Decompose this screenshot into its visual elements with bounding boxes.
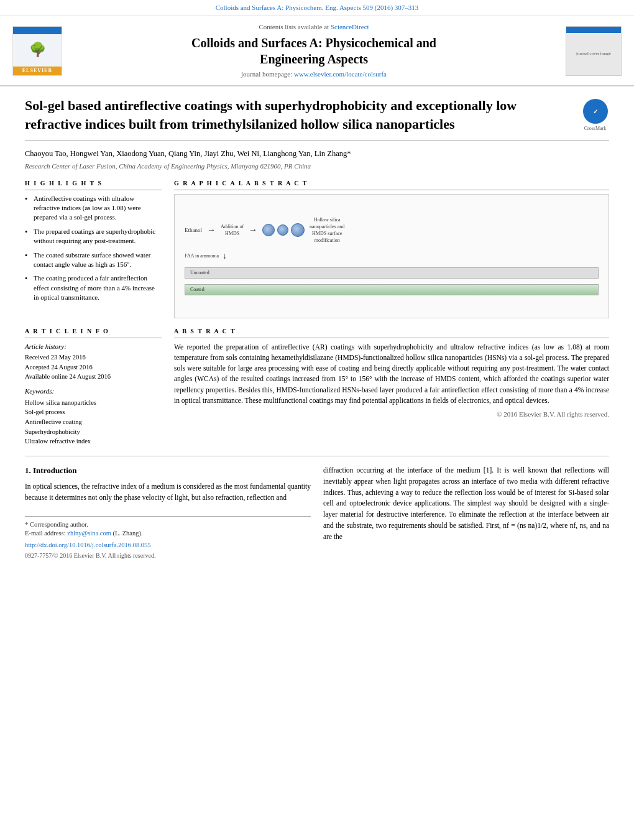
journal-cover-thumb: journal cover image	[566, 26, 622, 76]
accepted-date: Accepted 24 August 2016	[25, 363, 162, 372]
elsevier-logo-left: 🌳 ELSEVIER	[12, 26, 62, 76]
ga-uncoated-row: Uncoated	[185, 267, 599, 279]
thumb-top	[13, 27, 62, 34]
body-left-column: 1. Introduction In optical sciences, the…	[25, 465, 311, 560]
article-title-section: Sol-gel based antireflective coatings wi…	[25, 96, 609, 140]
highlights-and-graphical-abstract: H I G H L I G H T S Antireflective coati…	[25, 179, 609, 318]
ga-hmds-label: Addition of HMDS	[221, 223, 244, 237]
ga-uncoated-label: Uncoated	[190, 269, 209, 276]
ga-faa-label: FAA in ammonia	[185, 252, 219, 259]
citation-text: Colloids and Surfaces A: Physicochem. En…	[216, 4, 419, 11]
abstract-label: A B S T R A C T	[174, 327, 609, 338]
issn-line: 0927-7757/© 2016 Elsevier B.V. All right…	[25, 552, 311, 560]
graphical-abstract-inner: Ethanol → Addition of HMDS → Hollow sili…	[180, 213, 604, 300]
ga-coated-label: Coated	[190, 286, 204, 293]
svg-text:✓: ✓	[593, 108, 598, 115]
corresponding-author-note: * Corresponding author.	[25, 520, 311, 530]
ga-middle-row: FAA in ammonia ↓	[180, 247, 604, 265]
ga-top-row: Ethanol → Addition of HMDS → Hollow sili…	[180, 213, 604, 248]
ga-substrate-section: Uncoated Coated	[180, 265, 604, 300]
highlight-item-1: Antireflective coatings with ultralow re…	[25, 194, 162, 223]
email-label: E-mail address:	[25, 530, 66, 537]
ga-uncoated-strip: Uncoated	[185, 267, 599, 279]
journal-title-text: Colloids and Surfaces A: Physicochemical…	[191, 36, 436, 66]
homepage-url[interactable]: www.elsevier.com/locate/colsurfa	[294, 70, 387, 78]
received-date: Received 23 May 2016	[25, 353, 162, 362]
article-info-column: A R T I C L E I N F O Article history: R…	[25, 327, 162, 447]
article-info-label: A R T I C L E I N F O	[25, 327, 162, 338]
body-content: 1. Introduction In optical sciences, the…	[25, 465, 609, 560]
contents-available-line: Contents lists available at ScienceDirec…	[68, 22, 559, 32]
graphical-abstract-label: G R A P H I C A L A B S T R A C T	[174, 179, 609, 190]
ga-particle-1	[262, 224, 275, 236]
abstract-column: A B S T R A C T We reported the preparat…	[174, 327, 609, 440]
ga-arrow-1: →	[207, 224, 216, 236]
cover-body: journal cover image	[566, 33, 621, 75]
homepage-label: journal homepage:	[241, 70, 292, 78]
main-content: Sol-gel based antireflective coatings wi…	[0, 86, 634, 573]
highlights-list: Antireflective coatings with ultralow re…	[25, 194, 162, 303]
cover-top-bar	[566, 27, 621, 33]
journal-title: Colloids and Surfaces A: Physicochemical…	[68, 35, 559, 67]
ga-coated-strip: Coated	[185, 284, 599, 295]
crossmark-icon[interactable]: ✓	[583, 99, 608, 124]
kw-5: Ultralow refractive index	[25, 437, 162, 446]
journal-header: 🌳 ELSEVIER Contents lists available at S…	[0, 16, 634, 86]
graphical-abstract-column: G R A P H I C A L A B S T R A C T Ethano…	[174, 179, 609, 318]
history-title: Article history:	[25, 342, 162, 351]
crossmark-side: ✓ CrossMark	[581, 96, 609, 132]
crossmark-svg: ✓	[588, 104, 603, 119]
body-right-column: diffraction occurring at the interface o…	[323, 465, 609, 560]
footnote: * Corresponding author. E-mail address: …	[25, 516, 311, 560]
section-divider	[25, 456, 609, 456]
introduction-heading: 1. Introduction	[25, 465, 311, 476]
kw-4: Superhydrophobicity	[25, 428, 162, 437]
kw-2: Sol-gel process	[25, 408, 162, 417]
article-history-block: Article history: Received 23 May 2016 Ac…	[25, 342, 162, 382]
intro-right-text: diffraction occurring at the interface o…	[323, 465, 609, 543]
crossmark-label: CrossMark	[581, 125, 609, 132]
elsevier-tree-icon: 🌳	[29, 40, 46, 60]
highlights-column: H I G H L I G H T S Antireflective coati…	[25, 179, 162, 318]
ga-particle-3	[291, 223, 305, 237]
ga-particles	[262, 223, 305, 237]
ga-ethanol-label: Ethanol	[185, 226, 202, 234]
elsevier-thumb: 🌳 ELSEVIER	[12, 26, 62, 76]
available-date: Available online 24 August 2016	[25, 372, 162, 382]
kw-3: Antireflective coating	[25, 418, 162, 427]
contents-label: Contents lists available at	[259, 23, 329, 30]
abstract-text: We reported the preparation of antirefle…	[174, 342, 609, 407]
email-suffix: (L. Zhang).	[113, 530, 142, 537]
citation-bar: Colloids and Surfaces A: Physicochem. En…	[0, 0, 634, 16]
doi-line[interactable]: http://dx.doi.org/10.1016/j.colsurfa.201…	[25, 541, 311, 550]
thumb-body: 🌳	[13, 34, 62, 67]
intro-left-text: In optical sciences, the refractive inde…	[25, 481, 311, 504]
abstract-copyright: © 2016 Elsevier B.V. All rights reserved…	[174, 410, 609, 419]
highlights-label: H I G H L I G H T S	[25, 179, 162, 190]
science-direct-link[interactable]: ScienceDirect	[331, 23, 369, 30]
cover-text: journal cover image	[576, 51, 611, 57]
email-link[interactable]: zhlny@sina.com	[67, 530, 111, 537]
elsevier-brand-text: ELSEVIER	[13, 67, 62, 75]
highlight-item-3: The coated substrate surface showed wate…	[25, 251, 162, 270]
authors: Chaoyou Tao, Hongwei Yan, Xiaodong Yuan,…	[25, 148, 609, 160]
graphical-abstract-box: Ethanol → Addition of HMDS → Hollow sili…	[174, 194, 609, 318]
highlight-item-4: The coating produced a fair antireflecti…	[25, 274, 162, 302]
ga-particle-2	[277, 224, 288, 236]
keywords-title: Keywords:	[25, 387, 162, 396]
ga-hollow-silica-label: Hollow silica nanoparticles and HMDS sur…	[310, 216, 344, 244]
ga-arrow-2: →	[249, 224, 257, 236]
email-line: E-mail address: zhlny@sina.com (L. Zhang…	[25, 529, 311, 538]
keywords-block: Keywords: Hollow silica nanoparticles So…	[25, 387, 162, 446]
ga-coated-row: Coated	[185, 284, 599, 295]
info-and-abstract: A R T I C L E I N F O Article history: R…	[25, 327, 609, 447]
doi-link[interactable]: http://dx.doi.org/10.1016/j.colsurfa.201…	[25, 542, 151, 548]
journal-homepage-line: journal homepage: www.elsevier.com/locat…	[68, 70, 559, 79]
affiliation: Research Center of Laser Fusion, China A…	[25, 162, 609, 171]
highlight-item-2: The prepared coatings are superhydrophob…	[25, 227, 162, 246]
article-title: Sol-gel based antireflective coatings wi…	[25, 96, 571, 133]
kw-1: Hollow silica nanoparticles	[25, 399, 162, 408]
journal-info-center: Contents lists available at ScienceDirec…	[68, 22, 559, 79]
ga-arrow-3: ↓	[223, 250, 227, 262]
